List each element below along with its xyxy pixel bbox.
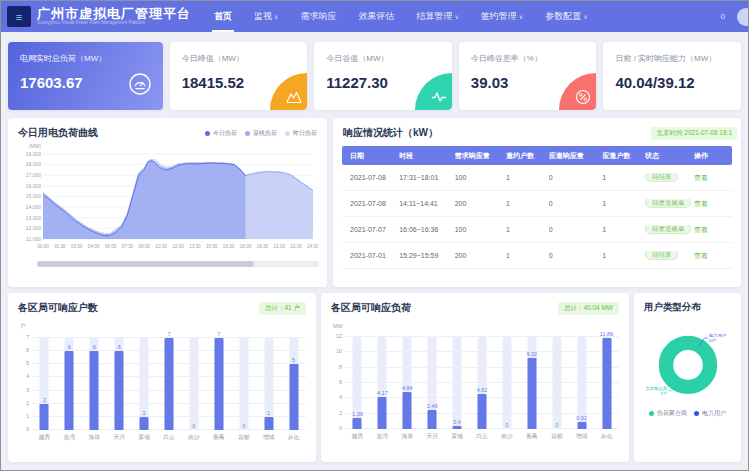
user-avatar[interactable] [737, 8, 748, 26]
legend-item[interactable]: 今日负荷 [205, 129, 237, 138]
svg-text:17,000: 17,000 [26, 172, 42, 178]
y-tick-label: 6 [329, 379, 342, 385]
svg-text:16,000: 16,000 [26, 183, 42, 189]
legend-item[interactable]: 昨日负荷 [285, 129, 317, 138]
y-tick-label: 12 [329, 333, 342, 339]
bar-fill [140, 417, 149, 430]
user-type-donut-chart: 电力用户 0户 负荷聚合商 3户 [640, 318, 736, 408]
y-tick-label: 0 [329, 425, 342, 431]
legend-item[interactable]: 基线负荷 [245, 129, 277, 138]
y-tick-label: 8 [329, 364, 342, 370]
table-header-cell: 日期 [350, 151, 399, 161]
table-cell: 待发送账单 [645, 225, 694, 234]
district-users-categories: 越秀荔湾海珠天河黄埔白云南沙番禺花都增城从化 [32, 433, 306, 442]
legend-dot-icon [694, 411, 699, 416]
bar-9: 1 [256, 338, 281, 430]
app-subtitle: Guangzhou Virtual Power Plant Management… [37, 21, 191, 26]
bar-background-track [239, 338, 248, 430]
bar-value-label: 11.89 [594, 331, 619, 337]
table-cell: 100 [455, 226, 506, 233]
bar-value-label: 6 [82, 344, 107, 350]
nav-item-1[interactable]: 监视∨ [243, 1, 289, 32]
svg-text:10:30: 10:30 [155, 244, 167, 249]
user-type-panel: 用户类型分布 电力用户 0户 负荷聚合商 3户 负荷聚合商电力用户 [634, 293, 741, 462]
table-cell: 200 [455, 200, 506, 207]
bar-fill [602, 338, 611, 429]
svg-text:12:00: 12:00 [172, 244, 184, 249]
x-category-label: 南沙 [181, 433, 206, 442]
logo-glyph-icon: ≡ [16, 11, 22, 23]
y-tick-label: 2 [329, 410, 342, 416]
district-load-categories: 越秀荔湾海珠天河黄埔白云南沙番禺花都增城从化 [345, 432, 619, 441]
bar-value-label: 7 [157, 331, 182, 337]
bar-10: 11.89 [594, 337, 619, 429]
nav-item-label: 首页 [214, 11, 232, 21]
kpi-label: 今日谷值（MW） [326, 53, 440, 64]
nav-item-4[interactable]: 结算管理∨ [405, 1, 469, 32]
bar-value-label: 7 [206, 331, 231, 337]
table-cell: 2021-07-07 [350, 226, 399, 233]
y-tick-label: 4 [16, 373, 29, 379]
bar-fill [65, 351, 74, 430]
chevron-down-icon: ∨ [583, 14, 587, 20]
x-category-label: 天河 [420, 432, 445, 441]
kpi-row: 电网实时总负荷（MW） 17603.67 今日峰值（MW） 18415.52 今… [8, 42, 741, 110]
view-link[interactable]: 查看 [694, 174, 708, 181]
nav-item-6[interactable]: 参数配置∨ [534, 1, 598, 32]
kpi-card-valley: 今日谷值（MW） 11227.30 [314, 42, 452, 110]
svg-text:11,000: 11,000 [26, 236, 41, 242]
table-header-cell: 邀约户数 [506, 151, 549, 161]
table-cell: 0 [549, 252, 602, 259]
table-cell: 1 [506, 226, 549, 233]
bar-fill [527, 358, 536, 429]
x-category-label: 从化 [281, 433, 306, 442]
bar-0: 2 [32, 338, 57, 430]
legend-item[interactable]: 负荷聚合商 [649, 409, 687, 418]
bar-background-track [264, 338, 273, 430]
chart-zoom-slider[interactable] [37, 261, 319, 267]
legend-item[interactable]: 电力用户 [694, 409, 726, 418]
svg-text:19:30: 19:30 [257, 244, 269, 249]
svg-text:18:00: 18:00 [240, 244, 252, 249]
bar-value-label: 0 [494, 422, 519, 428]
nav-item-2[interactable]: 需求响应 [289, 1, 347, 32]
nav-item-3[interactable]: 效果评估 [347, 1, 405, 32]
notification-count[interactable]: 0 [721, 12, 725, 21]
table-header-cell: 需求响应量 [455, 151, 506, 161]
load-curve-panel: 今日用电负荷曲线 今日负荷基线负荷昨日负荷 (MW)11,00012,00013… [8, 118, 327, 287]
bar-3: 6 [107, 338, 132, 430]
table-cell: 查看 [694, 251, 724, 261]
legend-dot-icon [649, 411, 654, 416]
y-tick-label: 7 [16, 334, 29, 340]
view-link[interactable]: 查看 [694, 200, 708, 207]
table-cell: 17:31~18:01 [399, 174, 455, 181]
district-load-title: 各区局可响应负荷 [331, 301, 411, 315]
bar-fill [477, 394, 486, 429]
slider-selected-range[interactable] [37, 261, 254, 267]
bar-value-label: 0 [231, 423, 256, 429]
bar-fill [577, 422, 586, 429]
kpi-value: 40.04/39.12 [615, 74, 729, 91]
table-row: 2021-07-0716:06~16:36100101待发送账单查看 [342, 217, 732, 243]
svg-text:(MW): (MW) [29, 143, 42, 149]
y-tick-label: 3 [16, 387, 29, 393]
svg-text:21:00: 21:00 [274, 244, 286, 249]
table-cell: 1 [506, 200, 549, 207]
svg-text:22:30: 22:30 [290, 244, 302, 249]
x-category-label: 花都 [544, 432, 569, 441]
svg-text:09:00: 09:00 [139, 244, 151, 249]
bar-value-label: 1.39 [345, 411, 370, 417]
bar-value-label: 4.62 [470, 387, 495, 393]
kpi-label: 今日峰谷差率（%） [471, 53, 585, 64]
bar-fill [90, 351, 99, 430]
bar-background-track [164, 338, 173, 430]
bar-background-track [378, 337, 387, 429]
view-link[interactable]: 查看 [694, 252, 708, 259]
load-curve-title: 今日用电负荷曲线 [18, 126, 98, 140]
nav-item-5[interactable]: 签约管理∨ [470, 1, 534, 32]
view-link[interactable]: 查看 [694, 226, 708, 233]
svg-text:13:30: 13:30 [189, 244, 201, 249]
bar-value-label: 5 [281, 357, 306, 363]
nav-item-0[interactable]: 首页 [203, 1, 243, 32]
load-curve-legend: 今日负荷基线负荷昨日负荷 [205, 129, 317, 138]
